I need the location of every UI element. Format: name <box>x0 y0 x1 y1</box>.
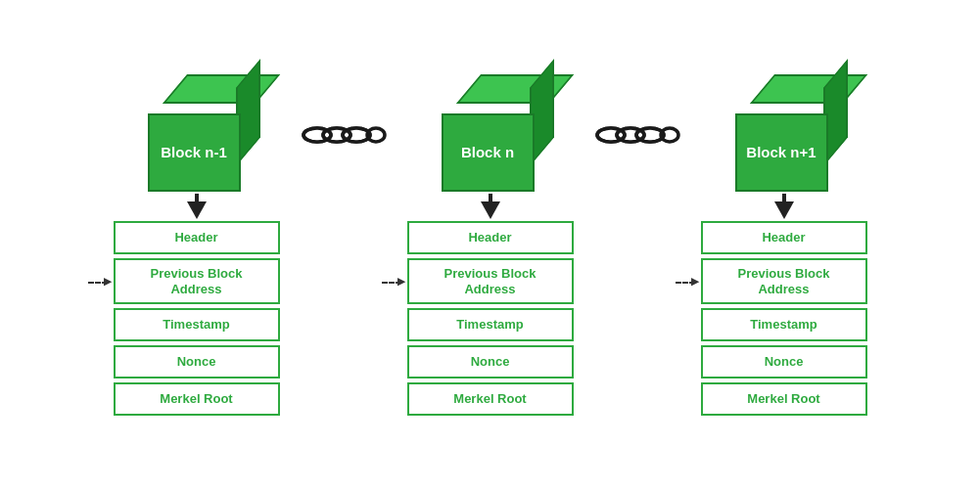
merkel-root-box-3: Merkel Root <box>701 382 867 416</box>
merkel-root-box-2: Merkel Root <box>407 382 574 416</box>
timestamp-box-3: Timestamp <box>701 308 867 341</box>
cube-n-minus-1: Block n-1 <box>133 74 260 192</box>
nonce-box-2: Nonce <box>407 345 574 379</box>
chain-links-1 <box>300 115 388 155</box>
prev-block-box-2: Previous BlockAddress <box>407 258 574 304</box>
cube-n: Block n <box>427 74 554 192</box>
cube-front-face-n: Block n <box>442 113 535 192</box>
info-boxes-n: Header Previous BlockAddress Timestamp N… <box>407 221 574 416</box>
header-box-2: Header <box>407 221 574 254</box>
prev-block-box-3: Previous BlockAddress <box>701 258 867 304</box>
block-section-n: Block n Header Previous BlockAddress Tim… <box>388 74 593 416</box>
block-label-n-plus-1: Block n+1 <box>746 144 816 160</box>
nonce-box-1: Nonce <box>114 345 280 379</box>
chain-links-2 <box>593 115 681 155</box>
info-boxes-n-minus-1: Header Previous BlockAddress Timestamp N… <box>114 221 280 416</box>
block-section-n-minus-1: Block n-1 Header Previous BlockAddress T… <box>94 74 300 416</box>
cube-top-face-np1 <box>750 74 867 104</box>
chain-1 <box>300 115 388 155</box>
prev-block-box-1: Previous BlockAddress <box>114 258 280 304</box>
merkel-root-box-1: Merkel Root <box>114 382 280 416</box>
timestamp-box-2: Timestamp <box>407 308 574 341</box>
cube-n-plus-1: Block n+1 <box>721 74 848 192</box>
cube-top-face <box>163 74 280 104</box>
arrow-down-np1 <box>774 201 794 219</box>
arrow-down-n-minus-1 <box>187 201 207 219</box>
block-label-n-minus-1: Block n-1 <box>161 144 227 160</box>
info-boxes-np1: Header Previous BlockAddress Timestamp N… <box>701 221 867 416</box>
blockchain-diagram: Block n-1 Header Previous BlockAddress T… <box>0 55 980 435</box>
arrow-down-n <box>481 201 500 219</box>
nonce-box-3: Nonce <box>701 345 867 379</box>
timestamp-box-1: Timestamp <box>114 308 280 341</box>
block-section-n-plus-1: Block n+1 Header Previous BlockAddress T… <box>681 74 887 416</box>
cube-top-face-n <box>456 74 574 104</box>
header-box-1: Header <box>114 221 280 254</box>
header-box-3: Header <box>701 221 867 254</box>
block-label-n: Block n <box>461 144 514 160</box>
chain-2 <box>593 115 681 155</box>
cube-front-face: Block n-1 <box>148 113 241 192</box>
cube-front-face-np1: Block n+1 <box>735 113 828 192</box>
